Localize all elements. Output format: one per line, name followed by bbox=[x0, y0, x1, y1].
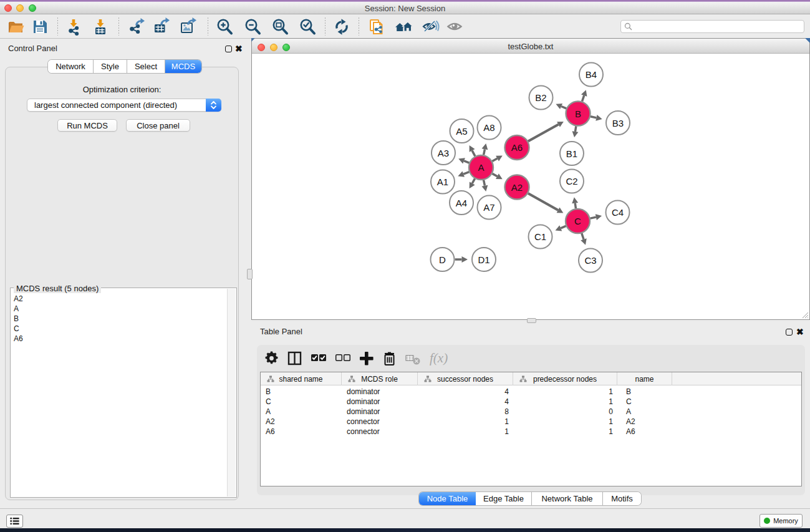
tab-select[interactable]: Select bbox=[127, 60, 165, 73]
tab-style[interactable]: Style bbox=[94, 60, 127, 73]
table-cell[interactable]: A6 bbox=[266, 427, 340, 437]
tab-network[interactable]: Network bbox=[48, 60, 94, 73]
table-tab-motifs[interactable]: Motifs bbox=[603, 492, 641, 505]
memory-button[interactable]: Memory bbox=[759, 514, 803, 528]
close-panel-button[interactable]: Close panel bbox=[126, 119, 190, 132]
node-B4[interactable]: B4 bbox=[579, 63, 603, 87]
export-network-button[interactable] bbox=[126, 16, 147, 37]
table-cell[interactable]: connector bbox=[347, 427, 417, 437]
table-cell[interactable]: dominator bbox=[347, 387, 417, 397]
mcds-result-item[interactable]: A bbox=[14, 304, 225, 314]
table-tab-network-table[interactable]: Network Table bbox=[532, 492, 603, 505]
first-neighbors-button[interactable] bbox=[393, 16, 415, 37]
node-B[interactable]: B bbox=[566, 102, 591, 126]
edge-B-B3[interactable] bbox=[591, 117, 596, 118]
edge-C-C3[interactable] bbox=[582, 233, 584, 239]
show-column-button[interactable] bbox=[286, 350, 302, 366]
edge-A6-B[interactable] bbox=[528, 124, 559, 141]
node-A7[interactable]: A7 bbox=[478, 196, 501, 220]
node-A2[interactable]: A2 bbox=[505, 175, 529, 200]
delete-row-button[interactable] bbox=[381, 350, 397, 366]
column-header-MCDS-role[interactable]: MCDS role bbox=[342, 372, 418, 385]
node-D1[interactable]: D1 bbox=[472, 248, 496, 271]
open-file-button[interactable] bbox=[5, 16, 26, 37]
select-all-button[interactable] bbox=[310, 350, 326, 366]
table-tab-edge-table[interactable]: Edge Table bbox=[476, 492, 532, 505]
table-cell[interactable]: 0 bbox=[513, 407, 613, 417]
table-cell[interactable]: A2 bbox=[266, 417, 340, 427]
export-table-button[interactable] bbox=[151, 16, 172, 37]
task-history-button[interactable] bbox=[6, 515, 23, 528]
mcds-result-item[interactable]: B bbox=[14, 314, 225, 324]
table-panel-float-button[interactable] bbox=[786, 329, 793, 336]
table-cell[interactable]: A bbox=[626, 407, 675, 417]
table-cell[interactable]: B bbox=[266, 387, 340, 397]
zoom-out-button[interactable] bbox=[242, 16, 263, 37]
table-cell[interactable]: 1 bbox=[418, 417, 509, 427]
control-panel-close-button[interactable]: ✖ bbox=[235, 46, 243, 52]
table-cell[interactable]: 4 bbox=[418, 397, 509, 407]
deselect-all-button[interactable] bbox=[334, 350, 350, 366]
table-cell[interactable]: connector bbox=[347, 417, 417, 427]
table-cell[interactable]: 1 bbox=[418, 427, 509, 437]
table-tab-node-table[interactable]: Node Table bbox=[419, 492, 476, 505]
table-panel-close-button[interactable]: ✖ bbox=[796, 329, 804, 336]
node-A5[interactable]: A5 bbox=[450, 119, 474, 143]
tab-mcds[interactable]: MCDS bbox=[165, 60, 201, 73]
edge-B-B2[interactable] bbox=[561, 106, 566, 108]
node-C4[interactable]: C4 bbox=[606, 201, 630, 225]
function-builder-button[interactable]: f(x) bbox=[428, 350, 453, 366]
zoom-in-button[interactable] bbox=[214, 16, 235, 37]
table-cell[interactable]: C bbox=[626, 397, 675, 407]
export-image-button[interactable] bbox=[178, 16, 199, 37]
mcds-result-item[interactable]: A2 bbox=[14, 294, 225, 304]
column-header-name[interactable]: name bbox=[617, 372, 672, 385]
edge-A-A1[interactable] bbox=[463, 172, 469, 174]
show-all-button[interactable] bbox=[445, 16, 466, 37]
node-A3[interactable]: A3 bbox=[432, 141, 455, 165]
table-cell[interactable]: 1 bbox=[513, 387, 613, 397]
import-table-button[interactable] bbox=[90, 16, 111, 37]
node-C3[interactable]: C3 bbox=[579, 249, 602, 273]
edge-A-A8[interactable] bbox=[484, 149, 485, 155]
column-header-successor-nodes[interactable]: successor nodes bbox=[418, 372, 513, 385]
table-cell[interactable]: 1 bbox=[513, 427, 613, 437]
table-cell[interactable]: 4 bbox=[418, 387, 509, 397]
table-cell[interactable]: dominator bbox=[347, 407, 417, 417]
node-B2[interactable]: B2 bbox=[529, 86, 553, 110]
edge-C-C2[interactable] bbox=[575, 203, 576, 209]
table-cell[interactable]: 8 bbox=[418, 407, 509, 417]
optimization-criterion-dropdown[interactable]: largest connected component (directed) bbox=[27, 99, 221, 112]
save-session-button[interactable] bbox=[29, 16, 51, 37]
table-cell[interactable]: dominator bbox=[347, 397, 417, 407]
table-cell[interactable]: 1 bbox=[513, 417, 613, 427]
table-cell[interactable]: A6 bbox=[626, 427, 675, 437]
hide-selected-button[interactable] bbox=[420, 16, 441, 37]
node-A6[interactable]: A6 bbox=[505, 135, 529, 160]
edge-A-A2[interactable] bbox=[492, 173, 497, 176]
edge-A-A3[interactable] bbox=[464, 161, 469, 163]
column-header-predecessor-nodes[interactable]: predecessor nodes bbox=[513, 372, 617, 385]
mcds-result-item[interactable]: A6 bbox=[14, 334, 225, 344]
add-row-button[interactable] bbox=[358, 350, 374, 366]
delete-table-button[interactable] bbox=[404, 350, 420, 366]
edge-C-C4[interactable] bbox=[591, 217, 596, 218]
node-B1[interactable]: B1 bbox=[560, 142, 584, 165]
edge-B-B4[interactable] bbox=[582, 95, 584, 101]
control-panel-float-button[interactable] bbox=[225, 46, 232, 52]
search-input[interactable] bbox=[632, 21, 804, 32]
mcds-result-scrollbar[interactable] bbox=[227, 289, 236, 496]
mcds-result-item[interactable]: C bbox=[14, 324, 225, 334]
table-cell[interactable]: B bbox=[626, 387, 675, 397]
horizontal-split-grip[interactable] bbox=[527, 318, 536, 323]
node-C2[interactable]: C2 bbox=[560, 170, 584, 193]
edge-A-A7[interactable] bbox=[484, 180, 485, 186]
edge-A2-C[interactable] bbox=[528, 193, 558, 210]
node-A[interactable]: A bbox=[469, 155, 493, 180]
zoom-fit-button[interactable] bbox=[269, 16, 291, 37]
node-A8[interactable]: A8 bbox=[478, 116, 501, 140]
network-window-titlebar[interactable]: testGlobe.txt bbox=[252, 39, 809, 54]
table-options-button[interactable] bbox=[263, 350, 279, 366]
edge-B-B1[interactable] bbox=[575, 126, 576, 132]
search-box[interactable] bbox=[620, 20, 804, 33]
